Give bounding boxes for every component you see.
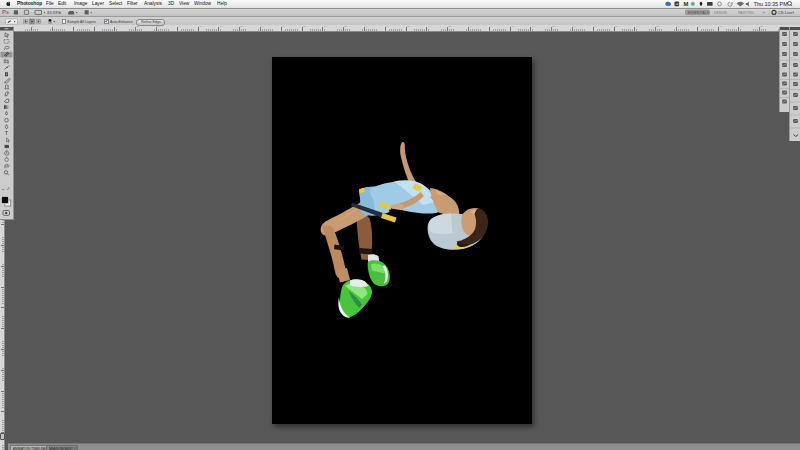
- svg-text:19: 19: [48, 21, 52, 25]
- svg-text:DESIGN: DESIGN: [714, 11, 728, 15]
- svg-text:PAINTING: PAINTING: [738, 11, 754, 15]
- svg-text:Ps: Ps: [2, 9, 9, 15]
- svg-text:Thu 10:35 PM: Thu 10:35 PM: [754, 1, 788, 7]
- svg-text:CS Live: CS Live: [778, 10, 793, 15]
- svg-text:33.33%: 33.33%: [47, 10, 61, 15]
- svg-text:»: »: [763, 10, 766, 15]
- svg-text:T: T: [5, 130, 9, 136]
- svg-text:M: M: [684, 1, 689, 7]
- svg-text:ESSENTIALS: ESSENTIALS: [688, 11, 710, 15]
